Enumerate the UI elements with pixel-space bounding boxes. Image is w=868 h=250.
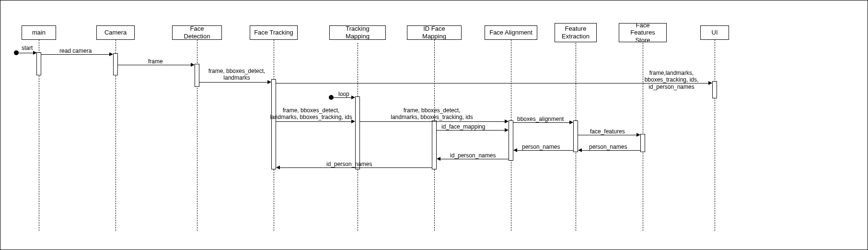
label-loop: loop [338,91,349,97]
label-frame-bboxes-tracking-ids: frame, bboxes_detect, landmarks, bboxes_… [389,107,475,121]
lifeline-ui [715,40,715,231]
participant-face-features-store: Face Features Store [619,23,667,42]
arrow-bboxes-alignment [513,122,571,123]
arrowhead-id-person-names [437,157,440,161]
participant-id-face-mapping: ID Face Mapping [407,25,462,40]
arrowhead-loop [351,95,355,99]
activation-camera [113,53,118,75]
label-frame-bboxes-landmarks: frame, bboxes_detect, landmarks [206,68,268,82]
label-face-features: face_features [590,128,625,135]
arrowhead-read-camera [109,52,113,56]
label-id-face-mapping: id_face_mapping [441,123,485,130]
arrow-frame-bboxes-landmarks [199,82,269,83]
label-read-camera: read camera [59,48,92,54]
label-frame-landmarks-ui: frame,landmarks, bboxes_tracking, ids, i… [628,70,715,90]
arrow-loop [334,97,353,98]
arrow-id-face-mapping [437,130,506,131]
label-frame-tracking-ids: frame, bboxes_detect, landmarks, bboxes_… [268,107,354,121]
arrowhead-frame-bboxes-tracking-ids [505,119,509,123]
label-start: start [22,45,33,51]
arrow-read-camera [41,54,111,55]
activation-face-alignment [509,120,513,161]
sequence-diagram: main Camera Face Detection Face Tracking… [0,0,868,250]
arrowhead-id-face-mapping [505,128,509,132]
activation-feature-extraction [573,120,578,152]
arrowhead-id-person-names2 [276,166,280,169]
arrowhead-to-ui [708,81,712,85]
label-person-names2: person_names [522,143,560,150]
activation-face-tracking [271,79,276,169]
arrowhead-start [33,51,37,55]
participant-feature-extraction: Feature Extraction [555,23,597,42]
arrowhead-person-names2 [513,148,517,152]
label-person-names: person_names [589,143,627,150]
arrowhead-frame-bboxes-landmarks [267,80,271,84]
label-id-person-names: id_person_names [450,152,496,159]
arrowhead-frame [191,63,195,67]
arrow-face-features [578,135,638,135]
activation-tracking-mapping [355,96,360,169]
arrow-person-names [581,150,640,151]
participant-camera: Camera [96,25,135,40]
participant-main: main [22,25,56,40]
arrowhead-face-features [637,133,640,137]
label-id-person-names2: id_person_names [326,161,372,167]
activation-face-features-store [640,134,645,152]
arrowhead-person-names [578,148,582,152]
start-dot [14,50,19,55]
activation-face-detection [195,64,199,87]
label-bboxes-alignment: bboxes_alignment [517,116,564,122]
loop-dot [329,95,334,100]
arrowhead-frame-tracking-ids [351,119,355,123]
participant-face-tracking: Face Tracking [250,25,298,40]
arrow-to-ui [276,83,710,83]
activation-main [36,52,41,75]
participant-face-detection: Face Detection [172,25,222,40]
label-frame: frame [148,58,163,65]
arrow-frame-bboxes-tracking-ids [360,121,506,122]
arrow-id-person-names [440,159,509,159]
arrow-start [19,53,34,53]
arrowhead-bboxes-alignment [569,120,573,124]
participant-tracking-mapping: Tracking Mapping [329,25,386,40]
participant-ui: UI [700,25,729,40]
arrow-frame-tracking-ids [276,121,353,122]
activation-id-face-mapping [432,120,437,169]
participant-face-alignment: Face Alignment [485,25,537,40]
arrow-person-names2 [517,150,573,151]
arrow-frame [118,65,192,65]
arrow-id-person-names2 [279,167,432,168]
